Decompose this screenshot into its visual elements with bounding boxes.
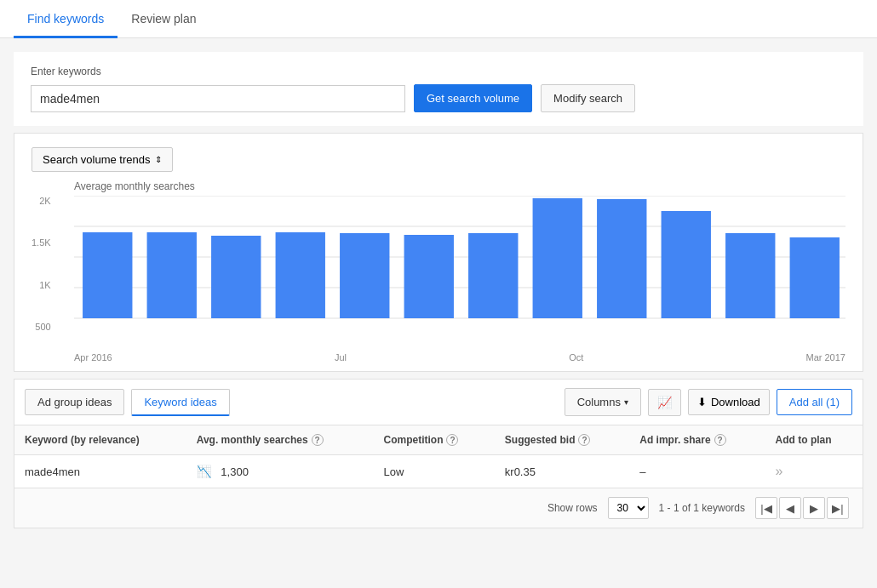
x-label-jul: Jul [335,352,347,363]
chart-title: Average monthly searches [32,180,845,192]
cell-keyword: made4men [14,455,186,488]
get-search-volume-button[interactable]: Get search volume [414,84,532,112]
x-label-apr2016: Apr 2016 [74,352,112,363]
tab-review-plan[interactable]: Review plan [118,0,209,38]
svg-rect-14 [662,211,711,318]
search-volume-trends-label: Search volume trends [43,153,150,166]
keyword-input[interactable] [31,85,405,112]
add-all-button[interactable]: Add all (1) [777,389,852,415]
ad-impr-share-info-icon[interactable]: ? [714,434,726,446]
th-keyword: Keyword (by relevance) [14,425,186,455]
pagination-first-button[interactable]: |◀ [755,497,777,519]
table-toolbar: Ad group ideas Keyword ideas Columns ▾ 📈… [14,380,863,425]
svg-rect-6 [147,232,197,318]
cell-suggested-bid: kr0.35 [495,455,629,488]
keyword-ideas-tab[interactable]: Keyword ideas [131,389,229,416]
pagination-last-button[interactable]: ▶| [827,497,849,519]
table-row: made4men 📉 1,300 Low kr0.35 – » [14,455,863,488]
cell-avg-monthly: 📉 1,300 [186,455,374,488]
mini-chart-icon: 📉 [197,465,211,478]
th-ad-impr-share: Ad impr. share ? [629,425,765,455]
app-container: Find keywords Review plan Enter keywords… [0,0,877,588]
keyword-section: Enter keywords Get search volume Modify … [14,52,863,126]
svg-rect-16 [790,237,840,318]
columns-button[interactable]: Columns ▾ [565,388,641,416]
th-suggested-bid: Suggested bid ? [495,425,629,455]
keyword-section-label: Enter keywords [31,66,846,77]
tabs-bar: Find keywords Review plan [0,0,877,38]
modify-search-button[interactable]: Modify search [541,84,635,112]
cell-add-to-plan: » [765,455,863,488]
svg-rect-9 [340,233,389,318]
th-add-to-plan: Add to plan [765,425,863,455]
dropdown-arrow-icon: ⇕ [155,155,162,164]
show-rows-label: Show rows [547,502,598,514]
th-avg-monthly: Avg. monthly searches ? [186,425,374,455]
data-table: Keyword (by relevance) Avg. monthly sear… [14,425,863,488]
tab-find-keywords[interactable]: Find keywords [14,0,118,38]
chart-section: Search volume trends ⇕ Average monthly s… [14,133,863,372]
x-label-oct: Oct [569,352,583,363]
y-label-500: 500 [35,322,50,332]
y-label-2k: 2K [39,196,50,206]
table-footer: Show rows 10 20 30 50 1 - 1 of 1 keyword… [14,488,863,528]
rows-per-page-select[interactable]: 10 20 30 50 [608,497,649,519]
chart-wrapper: 2K 1.5K 1K 500 [32,196,845,363]
y-label-1-5k: 1.5K [32,237,51,248]
pagination-prev-button[interactable]: ◀ [779,497,801,519]
pagination-buttons: |◀ ◀ ▶ ▶| [755,497,849,519]
columns-label: Columns [577,396,621,408]
y-axis-labels: 2K 1.5K 1K 500 [32,196,58,332]
table-header-row: Keyword (by relevance) Avg. monthly sear… [14,425,863,455]
chart-toggle-button[interactable]: 📈 [648,389,681,416]
bar-chart [74,196,845,349]
th-competition: Competition ? [373,425,494,455]
columns-dropdown-icon: ▾ [624,397,628,407]
svg-rect-11 [468,233,518,318]
svg-rect-13 [597,199,646,318]
svg-rect-10 [404,235,454,318]
svg-rect-12 [533,198,582,318]
toolbar-right: Columns ▾ 📈 ⬇ Download Add all (1) [565,388,852,416]
suggested-bid-info-icon[interactable]: ? [578,434,590,446]
download-icon: ⬇ [697,396,707,408]
svg-rect-7 [211,236,261,318]
svg-rect-15 [725,233,775,318]
search-volume-trends-button[interactable]: Search volume trends ⇕ [32,147,173,172]
cell-ad-impr-share: – [629,455,765,488]
add-to-plan-arrow-icon[interactable]: » [776,464,783,478]
avg-monthly-info-icon[interactable]: ? [312,434,324,446]
pagination-next-button[interactable]: ▶ [803,497,825,519]
svg-rect-8 [276,232,325,318]
y-label-1k: 1K [39,280,50,290]
main-content: Enter keywords Get search volume Modify … [0,38,877,542]
pagination-info: 1 - 1 of 1 keywords [659,502,745,514]
x-axis-labels: Apr 2016 Jul Oct Mar 2017 [74,349,845,363]
svg-rect-5 [83,232,132,318]
chart-icon: 📈 [657,396,672,409]
ad-group-ideas-tab[interactable]: Ad group ideas [25,389,124,415]
table-section: Ad group ideas Keyword ideas Columns ▾ 📈… [14,379,863,528]
keyword-input-row: Get search volume Modify search [31,84,846,112]
competition-info-icon[interactable]: ? [446,434,458,446]
download-label: Download [711,396,760,408]
x-label-mar2017: Mar 2017 [806,352,845,363]
download-button[interactable]: ⬇ Download [688,389,770,415]
cell-competition: Low [373,455,494,488]
